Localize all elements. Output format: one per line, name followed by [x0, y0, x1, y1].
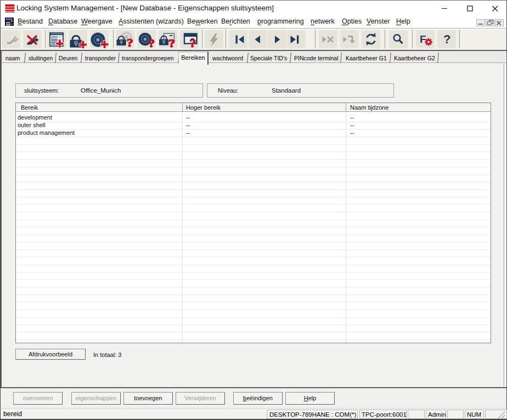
svg-text:F: F	[420, 33, 426, 45]
svg-text:?: ?	[189, 37, 196, 48]
svg-text:?: ?	[168, 37, 175, 48]
svg-text:?: ?	[443, 32, 450, 46]
svg-text:?: ?	[127, 37, 133, 48]
svg-text:?: ?	[148, 37, 155, 48]
